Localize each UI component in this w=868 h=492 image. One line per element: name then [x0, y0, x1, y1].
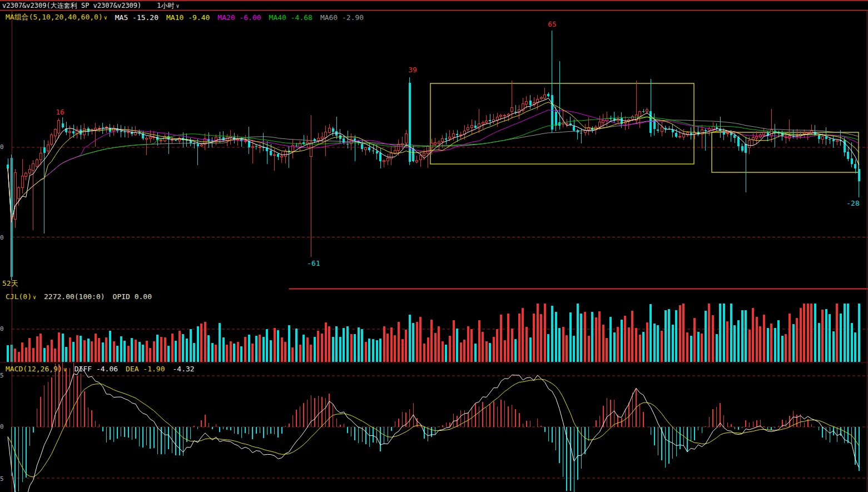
price-annotation: -61 — [307, 259, 320, 267]
diff-value: DIFF -4.06 — [75, 365, 118, 373]
ma-group-selector[interactable]: MA组合(5,10,20,40,60,0)∨ — [6, 12, 107, 22]
chevron-down-icon: ∨ — [33, 294, 36, 300]
macd-axis-label: 5 — [0, 372, 4, 379]
titlebar: v2307&v2309(大连套利 SP v2307&v2309) 1小时∨ — [2, 1, 180, 11]
chart-canvas[interactable] — [0, 0, 868, 492]
ma-legend-item-ma40: MA40 -4.68 — [269, 13, 313, 22]
timeframe-selector[interactable]: 1小时∨ — [157, 1, 179, 11]
ma-legend-item-ma10: MA10 -9.40 — [166, 13, 210, 22]
ma-legend: MA组合(5,10,20,40,60,0)∨ MA5 -15.20MA10 -9… — [6, 12, 364, 22]
macd-axis-label: 5 — [0, 475, 4, 483]
chevron-down-icon: ∨ — [63, 366, 67, 372]
ma-group-label: MA组合(5,10,20,40,60,0) — [6, 13, 103, 21]
cjl-label: CJL(0) — [6, 292, 32, 301]
macd-axis-label: 0 — [0, 423, 4, 430]
price-annotation: 16 — [56, 108, 65, 116]
price-annotation: 65 — [548, 20, 557, 28]
macd-value: -4.32 — [173, 365, 195, 373]
opid-value: OPID 0.00 — [113, 292, 152, 301]
timeframe-label: 1小时 — [157, 2, 174, 9]
candlesticks — [7, 31, 860, 280]
cjl-legend: CJL(0)∨ 2272.00(100:0) OPID 0.00 — [6, 292, 152, 301]
ma-legend-item-ma5: MA5 -15.20 — [115, 13, 158, 22]
volume-axis-label: 0 — [0, 325, 4, 332]
window-title: v2307&v2309(大连套利 SP v2307&v2309) — [2, 1, 141, 11]
volume-bars — [7, 304, 860, 362]
price-annotation: 52天 — [2, 279, 18, 289]
cjl-indicator-selector[interactable]: CJL(0)∨ — [6, 292, 36, 301]
chevron-down-icon: ∨ — [104, 14, 107, 21]
chevron-down-icon: ∨ — [176, 3, 180, 9]
main-axis-label: 0 — [0, 234, 4, 241]
dea-value: DEA -1.90 — [126, 365, 165, 373]
macd-indicator-selector[interactable]: MACD(12,26,9)∨ — [6, 365, 67, 373]
macd-label: MACD(12,26,9) — [6, 365, 62, 373]
main-axis-label: 0 — [0, 143, 4, 151]
cjl-value: 2272.00(100:0) — [44, 292, 105, 301]
ma-legend-item-ma60: MA60 -2.90 — [320, 13, 364, 22]
macd-legend: MACD(12,26,9)∨ DIFF -4.06 DEA -1.90 -4.3… — [6, 365, 195, 373]
price-annotation: -28 — [846, 199, 859, 207]
price-annotation: 39 — [408, 66, 417, 74]
ma-legend-item-ma20: MA20 -6.00 — [217, 13, 261, 22]
macd-histogram — [8, 361, 859, 492]
